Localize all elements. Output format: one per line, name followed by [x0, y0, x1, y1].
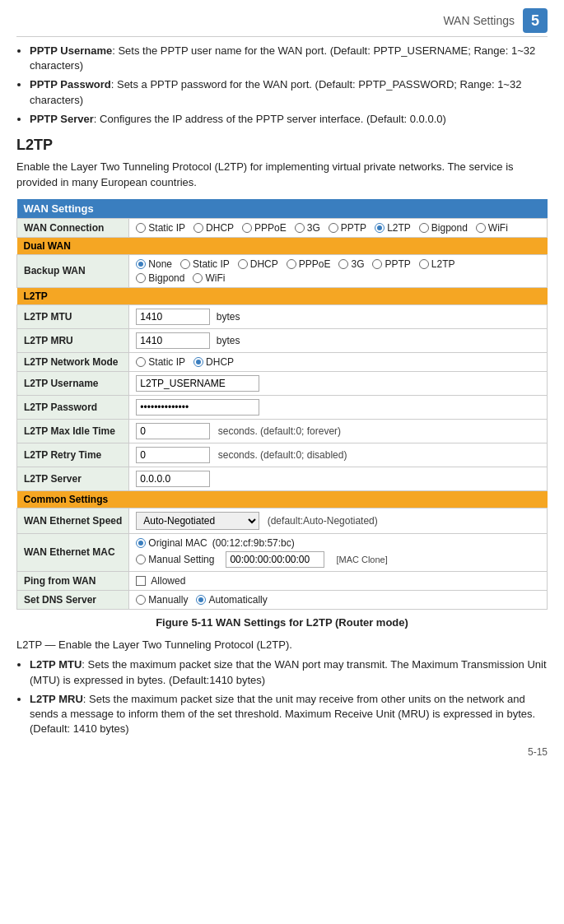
dns-automatically-radio[interactable]: Automatically [196, 594, 267, 606]
network-mode-circle-static-ip [136, 357, 146, 367]
radio-wifi[interactable]: WiFi [476, 222, 508, 234]
l2tp-max-idle-note: seconds. (default:0; forever) [218, 425, 341, 437]
l2tp-mtu-unit: bytes [217, 311, 240, 323]
radio-circle-l2tp [375, 223, 385, 233]
backup-wan-label: Backup WAN [17, 254, 129, 287]
radio-circle-static-ip [136, 223, 146, 233]
radio-circle-pppoe [242, 223, 252, 233]
page-header: WAN Settings 5 [16, 8, 548, 37]
network-mode-circle-dhcp [193, 357, 203, 367]
radio-dhcp[interactable]: DHCP [193, 222, 234, 234]
l2tp-retry-row: L2TP Retry Time seconds. (default:0; dis… [17, 443, 548, 467]
bottom-intro: L2TP — Enable the Layer Two Tunneling Pr… [16, 637, 548, 653]
ping-from-wan-row: Ping from WAN Allowed [17, 571, 548, 590]
mac-manual-label: Manual Setting [148, 554, 214, 565]
bullet-pptp-server-text: : Configures the IP address of the PPTP … [94, 113, 446, 125]
ping-from-wan-label: Ping from WAN [17, 571, 129, 590]
radio-label-3g: 3G [307, 222, 320, 234]
l2tp-mtu-input[interactable] [136, 309, 210, 325]
wan-ethernet-mac-row: WAN Ethernet MAC Original MAC (00:12:cf:… [17, 533, 548, 571]
backup-radio-wifi[interactable]: WiFi [193, 272, 225, 284]
wan-ethernet-speed-value: Auto-Negotiated 10 Mbps Half 10 Mbps Ful… [129, 508, 548, 533]
wan-connection-value: Static IP DHCP PPPoE 3G PPTP [129, 218, 548, 237]
l2tp-username-value [129, 371, 548, 395]
radio-circle-3g [295, 223, 305, 233]
dual-wan-section-label: Dual WAN [17, 237, 548, 254]
bottom-section: L2TP — Enable the Layer Two Tunneling Pr… [16, 637, 548, 736]
backup-radio-static-ip[interactable]: Static IP [180, 258, 230, 270]
wan-connection-label: WAN Connection [17, 218, 129, 237]
radio-circle-dhcp [193, 223, 203, 233]
network-mode-dhcp[interactable]: DHCP [193, 356, 234, 368]
backup-wan-radio-group-2: Bigpond WiFi [136, 272, 540, 284]
l2tp-password-label: L2TP Password [17, 395, 129, 419]
radio-static-ip[interactable]: Static IP [136, 222, 185, 234]
l2tp-password-input[interactable] [136, 399, 259, 416]
radio-pptp[interactable]: PPTP [329, 222, 366, 234]
l2tp-mtu-value: bytes [129, 304, 548, 328]
ping-from-wan-value: Allowed [129, 571, 548, 590]
radio-label-wifi: WiFi [488, 222, 508, 234]
wan-connection-radio-group: Static IP DHCP PPPoE 3G PPTP [136, 222, 540, 234]
page-number: 5-15 [528, 746, 548, 758]
backup-radio-circle-wifi [193, 273, 203, 283]
mac-manual-input[interactable] [226, 551, 324, 568]
backup-wan-radio-group: None Static IP DHCP PPPoE 3G [136, 258, 540, 270]
backup-radio-label-bigpond: Bigpond [148, 272, 184, 284]
wan-ethernet-speed-row: WAN Ethernet Speed Auto-Negotiated 10 Mb… [17, 508, 548, 533]
radio-l2tp[interactable]: L2TP [375, 222, 411, 234]
radio-circle-wifi [476, 223, 486, 233]
wan-connection-row: WAN Connection Static IP DHCP PPPoE 3G [17, 218, 548, 237]
radio-circle-pptp [329, 223, 338, 233]
backup-radio-bigpond[interactable]: Bigpond [136, 272, 184, 284]
wan-ethernet-speed-label: WAN Ethernet Speed [17, 508, 129, 533]
dns-manually-radio[interactable]: Manually [136, 594, 188, 606]
backup-radio-circle-dhcp [238, 259, 248, 269]
backup-radio-none[interactable]: None [136, 258, 172, 270]
page-title: WAN Settings [443, 14, 515, 27]
l2tp-username-input[interactable] [136, 375, 259, 392]
radio-bigpond[interactable]: Bigpond [419, 222, 468, 234]
l2tp-password-row: L2TP Password [17, 395, 548, 419]
wan-ethernet-mac-label: WAN Ethernet MAC [17, 533, 129, 571]
set-dns-server-value: Manually Automatically [129, 590, 548, 609]
l2tp-max-idle-input[interactable] [136, 423, 210, 439]
backup-radio-label-pppoe: PPPoE [299, 258, 331, 270]
bottom-bullet-mru: L2TP MRU: Sets the maximum packet size t… [30, 692, 548, 737]
network-mode-static-ip[interactable]: Static IP [136, 356, 185, 368]
bottom-bullet-mru-text: : Sets the maximum packet size that the … [30, 693, 535, 735]
bullet-pptp-server-label: PPTP Server [30, 113, 94, 125]
backup-radio-dhcp[interactable]: DHCP [238, 258, 278, 270]
backup-radio-l2tp[interactable]: L2TP [419, 258, 455, 270]
wan-ethernet-speed-note: (default:Auto-Negotiated) [268, 515, 378, 527]
bottom-bullet-mtu-text: : Sets the maximum packet size that the … [30, 658, 547, 685]
l2tp-network-mode-value: Static IP DHCP [129, 352, 548, 371]
wan-ethernet-speed-select[interactable]: Auto-Negotiated 10 Mbps Half 10 Mbps Ful… [136, 512, 259, 530]
radio-pppoe[interactable]: PPPoE [242, 222, 287, 234]
backup-radio-pptp[interactable]: PPTP [372, 258, 410, 270]
radio-label-static-ip: Static IP [148, 222, 185, 234]
l2tp-mru-value: bytes [129, 328, 548, 352]
l2tp-server-input[interactable] [136, 471, 210, 487]
dns-automatically-circle [196, 595, 206, 605]
page-footer: 5-15 [16, 746, 548, 758]
dns-server-radio-group: Manually Automatically [136, 594, 540, 606]
ping-from-wan-checkbox-item[interactable]: Allowed [136, 575, 540, 587]
radio-3g[interactable]: 3G [295, 222, 320, 234]
backup-radio-label-static-ip: Static IP [193, 258, 230, 270]
radio-label-pptp: PPTP [341, 222, 366, 234]
l2tp-description: Enable the Layer Two Tunneling Protocol … [16, 159, 548, 191]
mac-manual-radio[interactable]: Manual Setting [136, 554, 214, 565]
wan-ethernet-mac-value: Original MAC (00:12:cf:9b:57:bc) Manual … [129, 533, 548, 571]
backup-radio-3g[interactable]: 3G [338, 258, 364, 270]
backup-radio-pppoe[interactable]: PPPoE [287, 258, 331, 270]
l2tp-mru-input[interactable] [136, 332, 210, 349]
bottom-bullet-mtu: L2TP MTU: Sets the maximum packet size t… [30, 657, 548, 687]
l2tp-retry-input[interactable] [136, 447, 210, 463]
mac-original-radio[interactable]: Original MAC (00:12:cf:9b:57:bc) [136, 537, 294, 549]
bottom-bullet-mru-label: L2TP MRU [30, 693, 83, 705]
l2tp-password-value [129, 395, 548, 419]
l2tp-network-mode-radio-group: Static IP DHCP [136, 356, 540, 368]
l2tp-retry-label: L2TP Retry Time [17, 443, 129, 467]
backup-radio-circle-static-ip [180, 259, 190, 269]
